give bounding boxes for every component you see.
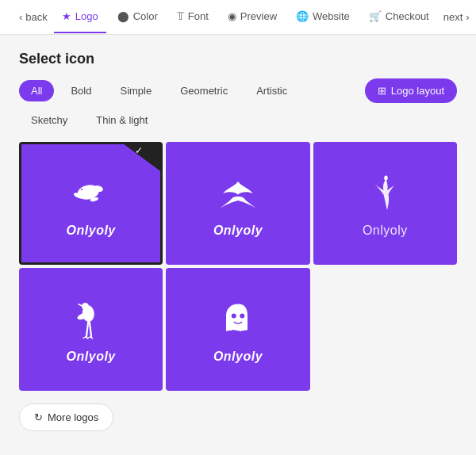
logo-card-3[interactable]: Onlyoly [313, 142, 457, 265]
filter-bar: All Bold Simple Geometric Artistic ⊞ Log… [19, 78, 457, 103]
tab-checkout[interactable]: 🛒 Checkout [361, 1, 437, 33]
tab-checkout-label: Checkout [386, 10, 429, 22]
logo-layout-label: Logo layout [391, 85, 444, 97]
top-navigation: ‹ back ★ Logo ⬤ Color 𝕋 Font ◉ Preview 🌐… [0, 0, 476, 35]
tab-font[interactable]: 𝕋 Font [169, 1, 217, 33]
filter-thin-light[interactable]: Thin & light [84, 109, 159, 131]
layout-icon: ⊞ [378, 85, 386, 97]
refresh-icon: ↻ [34, 411, 43, 423]
svg-point-5 [81, 188, 83, 189]
ghost-icon [214, 296, 262, 343]
tab-color-label: Color [133, 10, 158, 22]
next-chevron-icon: › [466, 11, 469, 23]
tab-preview[interactable]: ◉ Preview [220, 1, 285, 33]
logo-grid: Onlyoly Onlyoly Onlyoly [19, 142, 457, 391]
filter-tags-row1: All Bold Simple Geometric Artistic [19, 80, 299, 101]
main-content: Select icon All Bold Simple Geometric Ar… [0, 35, 476, 447]
tab-font-label: Font [188, 10, 209, 22]
logo-name-1: Onlyoly [67, 224, 116, 238]
swallow-icon [214, 170, 262, 217]
svg-point-11 [240, 313, 244, 318]
more-logos-label: More logos [48, 411, 98, 423]
tab-preview-label: Preview [240, 10, 277, 22]
logo-card-2[interactable]: Onlyoly [166, 142, 309, 265]
back-chevron-icon: ‹ [19, 11, 22, 23]
tab-logo[interactable]: ★ Logo [54, 1, 106, 33]
bird-icon [67, 170, 115, 217]
svg-point-10 [232, 313, 236, 318]
logo-name-3: Onlyoly [363, 224, 408, 238]
logo-layout-button[interactable]: ⊞ Logo layout [365, 78, 457, 103]
tab-website-label: Website [313, 10, 350, 22]
logo-card-5[interactable]: Onlyoly [166, 268, 309, 391]
filter-geometric[interactable]: Geometric [168, 80, 240, 101]
svg-point-6 [385, 175, 389, 180]
filter-bold[interactable]: Bold [59, 80, 103, 101]
logo-name-2: Onlyoly [213, 224, 263, 238]
logo-card-1[interactable]: Onlyoly [19, 142, 163, 265]
heron-slim-icon [361, 170, 409, 217]
font-icon: 𝕋 [177, 10, 184, 22]
section-title: Select icon [19, 51, 457, 67]
website-icon: 🌐 [296, 10, 309, 22]
tab-color[interactable]: ⬤ Color [109, 1, 166, 33]
nav-tabs: ★ Logo ⬤ Color 𝕋 Font ◉ Preview 🌐 Websit… [54, 1, 437, 33]
checkout-icon: 🛒 [369, 10, 382, 22]
filter-all[interactable]: All [19, 80, 54, 101]
tab-website[interactable]: 🌐 Website [288, 1, 358, 33]
next-button[interactable]: next › [437, 11, 476, 23]
preview-icon: ◉ [228, 10, 236, 22]
heron-stand-icon [67, 296, 115, 343]
filter-simple[interactable]: Simple [108, 80, 163, 101]
filter-artistic[interactable]: Artistic [244, 80, 299, 101]
filter-tags-row2: Sketchy Thin & light [19, 109, 457, 131]
logo-name-5: Onlyoly [213, 350, 263, 364]
tab-logo-label: Logo [75, 10, 98, 22]
color-icon: ⬤ [117, 10, 129, 22]
filter-sketchy[interactable]: Sketchy [19, 109, 79, 131]
next-label: next [443, 11, 463, 23]
star-icon: ★ [62, 10, 71, 22]
more-logos-button[interactable]: ↻ More logos [19, 403, 113, 431]
back-label: back [25, 11, 47, 23]
back-button[interactable]: ‹ back [13, 11, 54, 23]
logo-card-4[interactable]: Onlyoly [19, 268, 163, 391]
logo-name-4: Onlyoly [67, 350, 116, 364]
